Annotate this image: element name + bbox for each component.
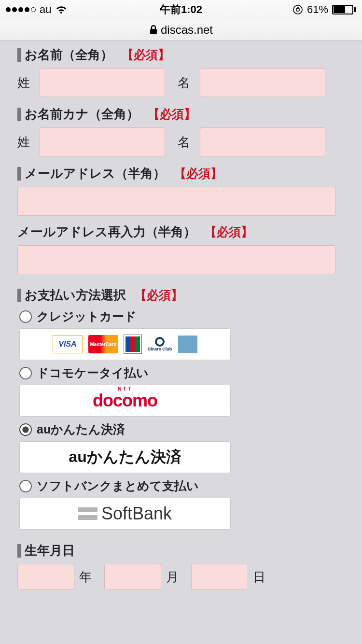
section-mail: メールアドレス（半角） 【必須】: [17, 165, 352, 182]
payment-option-docomo[interactable]: ドコモケータイ払い: [19, 365, 352, 381]
section-birthdate: 生年月日: [17, 542, 352, 559]
status-bar: au 午前1:02 61%: [0, 0, 362, 19]
section-mail2-label: メールアドレス再入力（半角）: [17, 224, 196, 240]
jcb-icon: [124, 335, 141, 353]
wifi-icon: [55, 5, 68, 14]
lastname-label: 姓: [17, 74, 35, 91]
clock: 午前1:02: [160, 2, 202, 17]
section-bd-label: 生年月日: [25, 542, 75, 559]
battery-pct: 61%: [307, 3, 328, 16]
month-unit: 月: [166, 569, 179, 586]
email-confirm-input[interactable]: [17, 245, 336, 274]
browser-url-bar[interactable]: discas.net: [0, 19, 362, 41]
au-icon: auかんたん決済: [69, 447, 181, 468]
kana-firstname-label: 名: [178, 134, 195, 151]
au-logo-box: auかんたん決済: [19, 441, 231, 473]
section-payment: お支払い方法選択 【必須】: [17, 287, 352, 304]
amex-icon: [178, 336, 197, 353]
required-badge: 【必須】: [148, 106, 196, 122]
registration-form: お名前（全角） 【必須】 姓 名 お名前カナ（全角） 【必須】 姓 名 メールア…: [0, 41, 362, 590]
section-name: お名前（全角） 【必須】: [17, 46, 352, 63]
section-kana-label: お名前カナ（全角）: [25, 106, 139, 123]
radio-icon: [19, 310, 32, 323]
carrier-label: au: [40, 3, 51, 16]
radio-icon: [19, 480, 32, 492]
section-kana: お名前カナ（全角） 【必須】: [17, 106, 352, 123]
kana-lastname-label: 姓: [17, 134, 35, 151]
signal-dots-icon: [6, 7, 36, 12]
mastercard-icon: MasterCard: [88, 335, 118, 353]
section-name-label: お名前（全角）: [25, 46, 113, 63]
kana-lastname-input[interactable]: [40, 127, 165, 156]
docomo-logo-box: NTT docomo: [19, 385, 231, 417]
payment-label: クレジットカード: [37, 308, 137, 324]
required-badge: 【必須】: [205, 224, 253, 240]
payment-label: ドコモケータイ払い: [37, 365, 149, 381]
birth-month-input[interactable]: [104, 564, 161, 590]
payment-label: auかんたん決済: [37, 421, 125, 437]
email-input[interactable]: [17, 187, 336, 216]
lock-icon: [149, 25, 158, 35]
softbank-logo-box: SoftBank: [19, 498, 231, 530]
svg-rect-3: [150, 29, 157, 34]
required-badge: 【必須】: [174, 166, 223, 182]
birth-day-input[interactable]: [191, 564, 248, 590]
diners-icon: Diners Club: [147, 335, 172, 353]
radio-selected-icon: [19, 423, 32, 436]
section-mail-confirm: メールアドレス再入力（半角） 【必須】: [17, 224, 352, 240]
url-text: discas.net: [161, 23, 213, 37]
birth-year-input[interactable]: [17, 564, 74, 590]
radio-icon: [19, 367, 32, 379]
firstname-label: 名: [178, 74, 195, 91]
day-unit: 日: [253, 569, 265, 586]
rotation-lock-icon: [292, 4, 303, 15]
lastname-input[interactable]: [40, 68, 165, 97]
svg-point-0: [293, 5, 302, 14]
firstname-input[interactable]: [200, 68, 325, 97]
payment-option-au[interactable]: auかんたん決済: [19, 421, 352, 437]
section-mail-label: メールアドレス（半角）: [25, 165, 166, 182]
payment-label: ソフトバンクまとめて支払い: [37, 478, 199, 494]
credit-card-logos: VISA MasterCard Diners Club: [19, 328, 231, 360]
docomo-icon: NTT docomo: [93, 391, 157, 411]
kana-firstname-input[interactable]: [200, 127, 325, 156]
year-unit: 年: [79, 569, 92, 586]
required-badge: 【必須】: [135, 287, 183, 303]
softbank-icon: SoftBank: [78, 504, 172, 524]
battery-icon: [332, 5, 356, 14]
visa-icon: VISA: [53, 335, 83, 353]
section-payment-label: お支払い方法選択: [25, 287, 126, 304]
required-badge: 【必須】: [122, 47, 170, 63]
payment-option-credit[interactable]: クレジットカード: [19, 308, 352, 324]
moon-icon: [279, 5, 289, 14]
payment-option-softbank[interactable]: ソフトバンクまとめて支払い: [19, 478, 352, 494]
